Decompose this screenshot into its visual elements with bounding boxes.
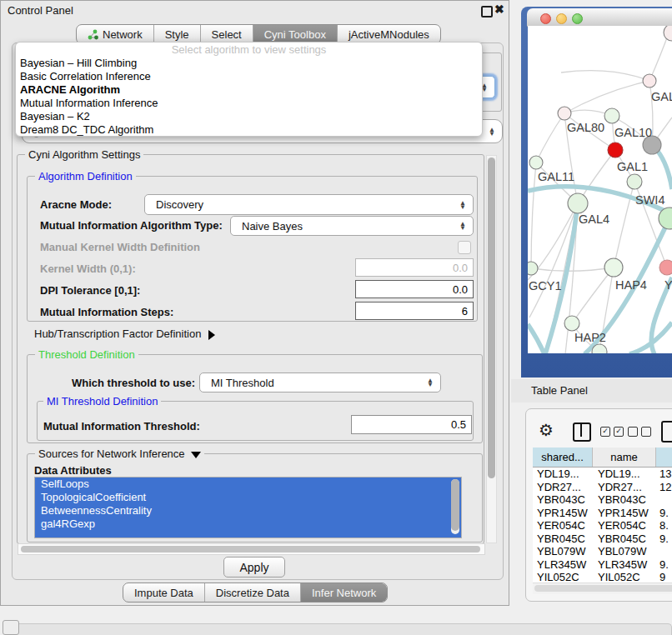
list-scrollbar[interactable] <box>451 479 459 534</box>
node-label: SWI4 <box>635 193 664 207</box>
table-row[interactable]: YLR345WYLR345W9. <box>533 558 672 572</box>
attribute-list-item[interactable]: TopologicalCoefficient <box>35 491 461 504</box>
node-label: HAP2 <box>574 331 606 344</box>
combo-stepper-icon: ▲▼ <box>426 378 434 387</box>
tab-infer-network[interactable]: Infer Network <box>300 583 387 602</box>
network-icon <box>88 29 98 40</box>
attribute-list-item[interactable]: BetweennessCentrality <box>35 504 461 518</box>
tab-jactivemnodules[interactable]: jActiveMNodules <box>337 25 440 43</box>
column-header[interactable]: shared... <box>533 448 593 467</box>
table-row[interactable]: YBL079WYBL079W <box>533 545 672 558</box>
network-node[interactable] <box>528 262 538 275</box>
table-row[interactable]: YDL19...YDL19...13 <box>533 468 672 481</box>
apply-button[interactable]: Apply <box>223 557 285 578</box>
network-node[interactable] <box>568 193 588 213</box>
table-row[interactable]: YPR145WYPR145W9. <box>533 507 672 520</box>
scrollbar-thumb[interactable] <box>488 158 495 478</box>
table-cell: 9. <box>656 532 672 546</box>
table-horizontal-scrollbar[interactable] <box>533 582 672 594</box>
algorithm-option[interactable]: ARACNE Algorithm <box>16 83 482 97</box>
close-traffic-light-icon[interactable] <box>540 13 551 24</box>
which-threshold-combobox[interactable]: MI Threshold ▲▼ <box>199 372 441 392</box>
algorithm-option[interactable]: Dream8 DC_TDC Algorithm <box>16 123 482 137</box>
algorithm-option[interactable]: Bayesian – Hill Climbing <box>16 57 482 70</box>
attribute-list-item[interactable] <box>35 531 461 538</box>
node-label: GAL4 <box>579 212 609 226</box>
mi-type-combobox[interactable]: Naive Bayes ▲▼ <box>230 216 474 236</box>
network-node[interactable] <box>564 316 579 331</box>
network-node[interactable] <box>643 74 656 88</box>
split-columns-icon[interactable] <box>573 422 591 442</box>
tab-cyni-toolbox[interactable]: Cyni Toolbox <box>253 25 337 43</box>
kernel-width-label: Kernel Width (0,1): <box>40 262 136 275</box>
mi-threshold-definition-title: MI Threshold Definition <box>43 395 161 408</box>
attribute-list-item[interactable]: SelfLoops <box>35 478 461 491</box>
minimize-traffic-light-icon[interactable] <box>556 13 567 24</box>
network-canvas[interactable]: GALGAL80GAL10GAL11GAL1SWI4GAL4GCY1HAP4YH… <box>528 26 672 353</box>
data-attributes-list[interactable]: SelfLoopsTopologicalCoefficientBetweenne… <box>34 477 462 538</box>
network-edge <box>572 268 614 323</box>
table-row[interactable]: YER054CYER054C8. <box>533 519 672 532</box>
tab-label: Cyni Toolbox <box>264 28 326 41</box>
algorithm-option[interactable]: Mutual Information Inference <box>16 97 482 110</box>
table-cell: YPR145W <box>533 507 593 520</box>
scrollbar-thumb[interactable] <box>451 479 459 531</box>
tab-label: Discretize Data <box>216 587 289 599</box>
mi-steps-field[interactable]: 6 <box>355 302 474 320</box>
table-row[interactable]: YBR043CYBR043C <box>533 493 672 507</box>
zoom-traffic-light-icon[interactable] <box>572 13 583 24</box>
settings-vertical-scrollbar[interactable] <box>486 155 497 543</box>
aracne-mode-combobox[interactable]: Discovery ▲▼ <box>144 194 474 215</box>
settings-horizontal-scrollbar[interactable] <box>18 543 485 555</box>
network-node[interactable] <box>608 142 623 158</box>
column-header[interactable]: name <box>593 448 656 467</box>
algorithm-option[interactable]: Bayesian – K2 <box>16 110 482 123</box>
tab-style[interactable]: Style <box>153 25 200 43</box>
tab-label: Select <box>212 28 242 41</box>
manual-kernel-checkbox[interactable] <box>458 241 471 254</box>
network-window-titlebar[interactable] <box>527 8 672 27</box>
table-cell: YBR045C <box>593 532 656 546</box>
network-node[interactable] <box>664 26 672 41</box>
scrollbar-thumb[interactable] <box>21 546 480 552</box>
tab-label: jActiveMNodules <box>349 28 429 41</box>
tab-discretize-data[interactable]: Discretize Data <box>204 583 300 602</box>
attribute-list-item[interactable]: gal4RGexp <box>35 518 461 531</box>
minimized-panel-icon[interactable] <box>3 620 19 635</box>
gear-icon[interactable]: ⚙ <box>539 420 554 440</box>
kernel-width-field[interactable]: 0.0 <box>355 258 474 277</box>
algorithm-dropdown-hint: Select algorithm to view settings <box>16 42 482 57</box>
table-row[interactable]: YBR045CYBR045C9. <box>533 532 672 546</box>
network-node[interactable] <box>604 108 619 123</box>
mi-threshold-value: 0.5 <box>451 418 466 431</box>
column-header[interactable] <box>656 448 672 467</box>
table-cell: YBR045C <box>533 532 593 546</box>
tab-network[interactable]: Network <box>77 25 153 43</box>
table-cell: 12 <box>656 481 672 494</box>
network-node[interactable] <box>604 258 623 277</box>
select-all-checkboxes-icon[interactable]: ✓ ✓ <box>600 427 624 437</box>
network-node[interactable] <box>659 260 672 275</box>
tab-impute-data[interactable]: Impute Data <box>123 583 204 602</box>
deselect-all-checkboxes-icon[interactable] <box>628 427 651 437</box>
tab-select[interactable]: Select <box>200 25 253 43</box>
network-node[interactable] <box>529 156 543 169</box>
float-window-icon[interactable] <box>481 6 493 18</box>
network-edge <box>531 268 614 271</box>
apply-button-label: Apply <box>239 561 268 574</box>
dpi-tolerance-field[interactable]: 0.0 <box>355 280 474 298</box>
table-cell: YDR27... <box>593 481 656 494</box>
export-table-icon[interactable] <box>661 421 672 442</box>
network-node[interactable] <box>558 107 571 120</box>
hub-definition-toggle[interactable]: Hub/Transcription Factor Definition <box>34 328 215 340</box>
network-node[interactable] <box>627 174 642 189</box>
scrollbar-thumb[interactable] <box>534 585 672 592</box>
node-label: GAL10 <box>614 126 652 139</box>
close-icon[interactable]: ✖ <box>494 2 504 16</box>
table-row[interactable]: YDR27...YDR27...12 <box>533 481 672 494</box>
tab-label: Style <box>165 28 189 41</box>
algorithm-option[interactable]: Basic Correlation Inference <box>16 70 482 83</box>
sources-title[interactable]: Sources for Network Inference <box>35 448 204 460</box>
mi-threshold-field[interactable]: 0.5 <box>351 415 472 434</box>
kernel-width-value: 0.0 <box>453 262 468 274</box>
